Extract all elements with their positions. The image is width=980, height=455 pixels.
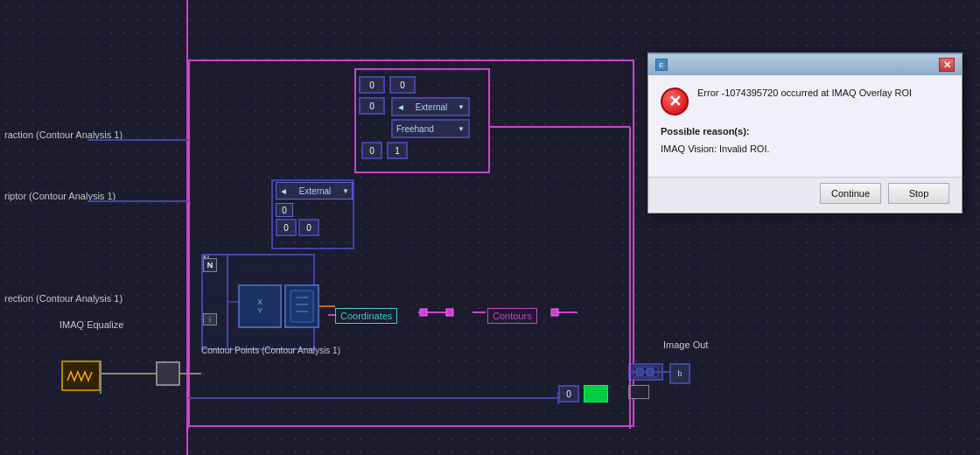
waveform-block — [61, 360, 101, 391]
right-b-block: b — [669, 363, 690, 384]
box-0b[interactable]: 0 — [389, 76, 416, 94]
label-riptor: riptor (Contour Analysis 1) — [4, 191, 116, 201]
box-bottom-b[interactable]: 1 — [387, 142, 408, 159]
imaq-equalize-label: IMAQ Equalize — [60, 319, 123, 330]
svg-rect-5 — [636, 368, 643, 375]
image-out-label: Image Out — [663, 340, 708, 350]
green-indicator — [584, 385, 608, 402]
dialog-title-icon: E — [655, 59, 668, 71]
svg-rect-0 — [290, 290, 313, 322]
continue-button[interactable]: Continue — [820, 183, 881, 204]
contour-points-label: Contour Points (Contour Analysis 1) — [201, 346, 340, 355]
ext-box-2[interactable]: 0 — [298, 219, 319, 236]
dialog-body: ✕ Error -1074395720 occurred at IMAQ Ove… — [648, 75, 962, 177]
dropdown-external-top[interactable]: ◄ External ▼ — [391, 97, 470, 116]
ext-box-pair: 0 0 — [276, 219, 319, 236]
stop-button[interactable]: Stop — [888, 183, 949, 204]
bottom-block — [628, 385, 649, 399]
coordinates-label: Coordinates — [335, 308, 397, 324]
i-indicator: i — [203, 313, 217, 326]
ext-zero[interactable]: 0 — [276, 203, 293, 217]
box-bottom-a[interactable]: 0 — [361, 142, 382, 159]
small-block-br[interactable]: 0 — [558, 385, 579, 402]
dialog-titlebar: E ✕ — [648, 54, 962, 75]
contours-label: Contours — [487, 308, 537, 324]
diagram-background: raction (Contour Analysis 1) riptor (Con… — [0, 0, 980, 455]
label-raction: raction (Contour Analysis 1) — [4, 130, 122, 140]
svg-rect-6 — [647, 368, 654, 375]
dropdown-freehand[interactable]: Freehand ▼ — [391, 119, 470, 138]
ext-box-1[interactable]: 0 — [276, 219, 297, 236]
bundle-block — [284, 284, 319, 328]
reason-text: IMAQ Vision: Invalid ROI. — [661, 144, 949, 154]
dropdown-ext-cluster[interactable]: ◄ External ▼ — [276, 182, 353, 200]
dialog-close-button[interactable]: ✕ — [939, 58, 955, 72]
box-0a[interactable]: 0 — [359, 76, 385, 94]
error-dialog: E ✕ ✕ Error -1074395720 occurred at IMAQ… — [648, 52, 962, 214]
error-message-text: Error -1074395720 occurred at IMAQ Overl… — [697, 86, 912, 101]
box-0c[interactable]: 0 — [359, 97, 385, 115]
dialog-buttons: Continue Stop — [648, 177, 962, 213]
connector-block-left — [156, 361, 180, 386]
n-indicator: N — [203, 258, 217, 272]
right-small-block — [628, 363, 663, 381]
xy-block: X Y — [238, 284, 282, 328]
error-icon: ✕ — [661, 88, 689, 116]
dialog-error-row: ✕ Error -1074395720 occurred at IMAQ Ove… — [661, 86, 949, 116]
label-rection: rection (Contour Analysis 1) — [4, 293, 122, 304]
possible-reasons-label: Possible reason(s): — [661, 126, 949, 136]
